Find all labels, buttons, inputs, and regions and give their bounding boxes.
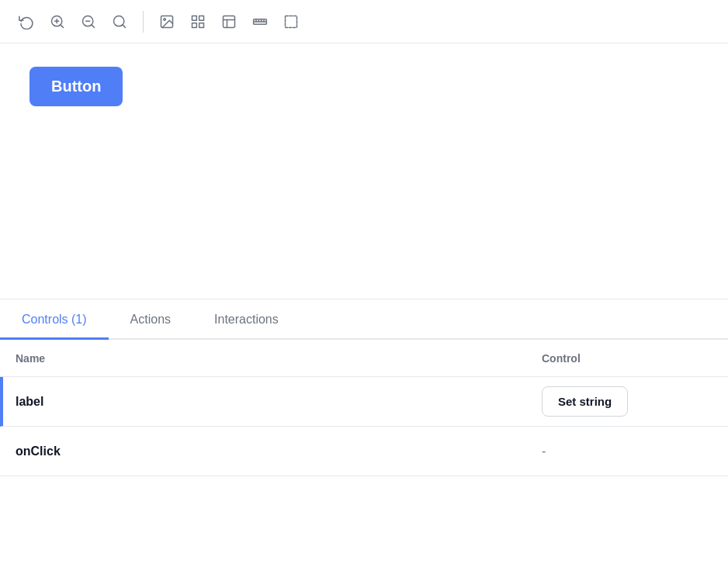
zoom-reset-icon[interactable] bbox=[106, 8, 133, 36]
tabs-bar: Controls (1) Actions Interactions bbox=[0, 299, 728, 340]
ruler-icon[interactable] bbox=[246, 8, 274, 36]
table-header: Name Control bbox=[0, 340, 728, 377]
controls-table: Name Control label Set string onClick - bbox=[0, 340, 728, 588]
toolbar bbox=[0, 0, 728, 43]
svg-line-8 bbox=[123, 24, 126, 27]
row-name-onclick: onClick bbox=[16, 444, 542, 458]
svg-line-5 bbox=[92, 24, 95, 27]
row-name-label: label bbox=[16, 395, 542, 409]
tab-controls[interactable]: Controls (1) bbox=[0, 302, 109, 340]
bottom-panel: Controls (1) Actions Interactions Name C… bbox=[0, 299, 728, 588]
layout-icon[interactable] bbox=[215, 8, 243, 36]
refresh-icon[interactable] bbox=[12, 8, 40, 36]
image-icon[interactable] bbox=[153, 8, 181, 36]
set-string-button[interactable]: Set string bbox=[542, 386, 628, 417]
preview-button[interactable]: Button bbox=[29, 67, 123, 106]
row-dash: - bbox=[542, 444, 546, 458]
header-control: Control bbox=[542, 352, 712, 365]
row-control-onclick: - bbox=[542, 444, 712, 458]
canvas-area: Button bbox=[0, 43, 728, 299]
zoom-out-icon[interactable] bbox=[75, 8, 102, 36]
selection-icon[interactable] bbox=[277, 8, 305, 36]
tab-interactions[interactable]: Interactions bbox=[192, 302, 300, 340]
svg-point-10 bbox=[164, 18, 166, 19]
header-name: Name bbox=[16, 352, 542, 365]
svg-line-1 bbox=[61, 24, 64, 27]
svg-rect-24 bbox=[286, 16, 297, 27]
row-control-label: Set string bbox=[542, 386, 712, 417]
table-row: onClick - bbox=[0, 427, 728, 476]
toolbar-divider-1 bbox=[143, 11, 144, 33]
zoom-in-icon[interactable] bbox=[43, 8, 71, 36]
tab-actions[interactable]: Actions bbox=[109, 302, 192, 340]
svg-rect-11 bbox=[192, 16, 197, 20]
table-row: label Set string bbox=[0, 377, 728, 427]
svg-rect-13 bbox=[199, 22, 204, 27]
svg-rect-12 bbox=[199, 16, 204, 20]
svg-rect-14 bbox=[192, 22, 197, 27]
grid-icon[interactable] bbox=[184, 8, 212, 36]
svg-rect-15 bbox=[224, 16, 235, 27]
